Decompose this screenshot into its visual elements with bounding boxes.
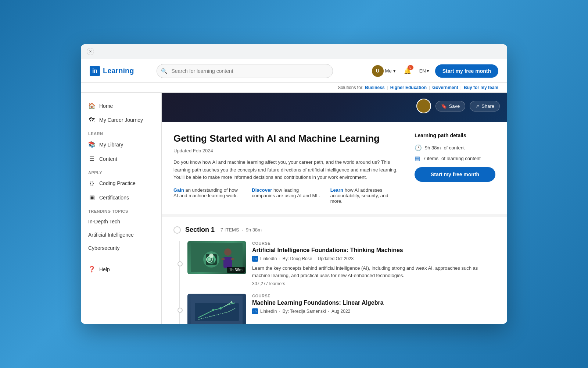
search-input[interactable]	[157, 64, 333, 78]
section-circle	[173, 226, 181, 234]
course-item-meta: in LinkedIn · By: Doug Rose · Updated Oc…	[252, 256, 495, 262]
meta-dot: ·	[279, 256, 280, 261]
share-label: Share	[481, 103, 494, 109]
share-icon: ↗	[475, 103, 479, 109]
course-detail: Getting Started with AI and Machine Lear…	[162, 122, 507, 214]
cert-icon: ▣	[88, 194, 96, 201]
items-label: of learning content	[441, 156, 481, 161]
course-title: Getting Started with AI and Machine Lear…	[173, 132, 400, 145]
course-item-title[interactable]: Artificial Intelligence Foundations: Thi…	[252, 247, 495, 254]
hero-banner: 🔖 Save ↗ Share	[162, 93, 507, 122]
duration-badge: 1h 36m	[227, 267, 245, 273]
course-item-desc: Learn the key concepts behind artificial…	[252, 265, 495, 279]
trending-indepth-label: In-Depth Tech	[88, 219, 120, 224]
me-menu[interactable]: U Me ▾	[372, 65, 396, 77]
save-share-bar: 🔖 Save ↗ Share	[409, 93, 507, 119]
course-thumbnail	[187, 294, 246, 324]
author: By: Terezija Samenski	[283, 309, 326, 314]
sidebar-content-label: Content	[99, 156, 117, 162]
start-free-month-nav-button[interactable]: Start my free month	[435, 64, 498, 78]
course-item-title[interactable]: Machine Learning Foundations: Linear Alg…	[252, 300, 495, 306]
trending-section-label: Trending topics	[81, 205, 161, 215]
sidebar-item-help[interactable]: ❓ Help	[81, 262, 161, 276]
help-icon: ❓	[88, 266, 96, 273]
close-button[interactable]: ×	[87, 48, 94, 55]
sidebar-item-home[interactable]: 🏠 Home	[81, 99, 161, 113]
meta-dot: ·	[279, 309, 280, 314]
start-free-month-button[interactable]: Start my free month	[415, 167, 495, 182]
course-type: COURSE	[252, 294, 495, 298]
search-icon: 🔍	[161, 68, 167, 74]
solutions-higher-ed[interactable]: Higher Education	[390, 85, 427, 90]
sidebar-item-certifications[interactable]: ▣ Certifications	[81, 190, 161, 205]
sidebar: 🏠 Home 🗺 My Career Journey Learn 📚 My Li…	[81, 93, 162, 324]
clock-icon: 🕐	[415, 144, 422, 151]
course-description: Do you know how AI and machine learning …	[173, 159, 400, 181]
sidebar-coding-label: Coding Practice	[99, 180, 136, 186]
sidebar-home-label: Home	[99, 103, 113, 109]
sidebar-item-inDepthTech[interactable]: In-Depth Tech	[81, 215, 161, 228]
svg-rect-9	[231, 258, 234, 260]
list-item: COURSE Machine Learning Foundations: Lin…	[187, 294, 495, 324]
updated: Aug 2022	[331, 309, 350, 314]
course-thumbnail: 1h 36m	[187, 241, 246, 274]
top-nav: in Learning 🔍 U Me ▾ 🔔 8 EN ▾ Start my f…	[81, 59, 507, 83]
svg-point-14	[212, 309, 214, 311]
code-icon: {}	[88, 180, 96, 187]
sidebar-help-label: Help	[99, 266, 110, 272]
duration-stat: 🕐 9h 38m of content	[415, 144, 495, 151]
lang-label: EN	[419, 68, 426, 74]
sidebar-item-coding[interactable]: {} Coding Practice	[81, 176, 161, 190]
search-bar: 🔍	[157, 64, 333, 78]
share-button[interactable]: ↗ Share	[470, 101, 500, 112]
save-button[interactable]: 🔖 Save	[435, 101, 466, 112]
benefit-gain: Gain an understanding of how AI and mach…	[173, 187, 243, 204]
sidebar-library-label: My Library	[99, 142, 123, 148]
map-icon: 🗺	[88, 117, 96, 123]
items-count: 7 items	[423, 156, 438, 161]
sidebar-item-library[interactable]: 📚 My Library	[81, 137, 161, 152]
notifications-button[interactable]: 🔔 8	[402, 65, 413, 77]
solutions-business[interactable]: Business	[365, 85, 384, 90]
items-count: 7 ITEMS	[220, 227, 239, 233]
notification-badge: 8	[408, 65, 413, 70]
items-stat: ▤ 7 items of learning content	[415, 155, 495, 162]
list-item: 1h 36m COURSE Artificial Intelligence Fo…	[187, 241, 495, 286]
items-icon: ▤	[415, 155, 420, 162]
chevron-icon: ▾	[393, 68, 396, 74]
trending-cyber-label: Cybersecurity	[88, 245, 120, 251]
benefit-discover: Discover how leading companies are using…	[252, 187, 321, 204]
main-layout: 🏠 Home 🗺 My Career Journey Learn 📚 My Li…	[81, 93, 507, 324]
section-duration: 9h 38m	[246, 227, 262, 233]
sidebar-item-aiTopic[interactable]: Artificial Intelligence	[81, 228, 161, 241]
gain-keyword: Gain	[173, 187, 184, 193]
browser-window: × in Learning 🔍 U Me ▾ 🔔 8 EN	[81, 44, 507, 324]
author: By: Doug Rose	[283, 256, 312, 261]
sidebar-item-cybersecurity[interactable]: Cybersecurity	[81, 241, 161, 255]
sidebar-item-content[interactable]: ☰ Content	[81, 152, 161, 166]
avatar: U	[372, 65, 384, 77]
li-logo: in	[90, 66, 100, 76]
svg-point-15	[219, 307, 222, 309]
duration-value: 9h 38m	[425, 145, 441, 151]
save-label: Save	[449, 103, 460, 109]
logo-text: Learning	[103, 67, 134, 75]
course-updated: Updated Feb 2024	[173, 148, 400, 153]
svg-rect-8	[221, 258, 225, 260]
divider: |	[429, 85, 430, 90]
learners-count: 307,277 learners	[252, 281, 495, 286]
divider: |	[387, 85, 388, 90]
bookmark-icon: 🔖	[441, 103, 447, 109]
language-selector[interactable]: EN ▾	[419, 68, 429, 74]
solutions-buy[interactable]: Buy for my team	[464, 85, 498, 90]
chevron-down-icon: ▾	[427, 68, 429, 74]
course-type: COURSE	[252, 241, 495, 245]
course-item-info: COURSE Artificial Intelligence Foundatio…	[252, 241, 495, 286]
section-header: Section 1 7 ITEMS · 9h 38m	[173, 226, 495, 234]
sidebar-item-career[interactable]: 🗺 My Career Journey	[81, 113, 161, 127]
content-area: 🔖 Save ↗ Share Getting Started with AI a…	[162, 93, 507, 324]
course-item-info: COURSE Machine Learning Foundations: Lin…	[252, 294, 495, 324]
learn-keyword: Learn	[330, 187, 343, 193]
logo-area[interactable]: in Learning	[90, 66, 134, 76]
solutions-government[interactable]: Government	[432, 85, 458, 90]
